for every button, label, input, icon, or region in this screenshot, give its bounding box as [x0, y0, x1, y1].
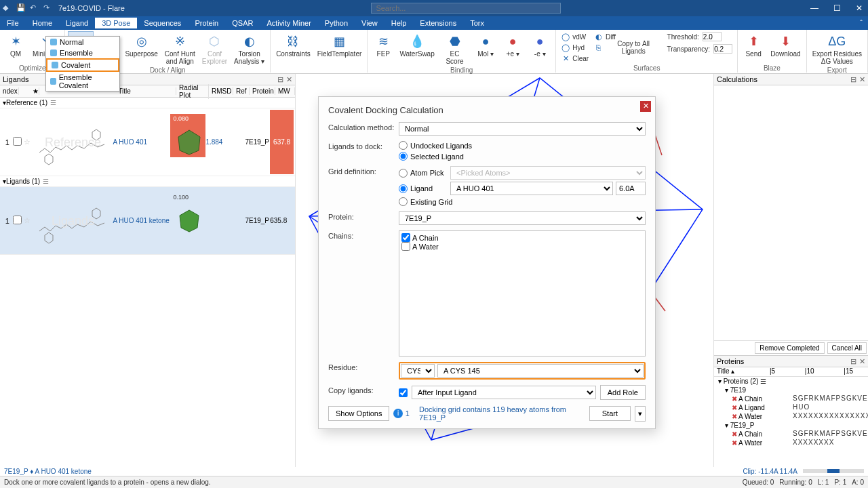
- chain-a-checkbox[interactable]: A Chain: [401, 233, 643, 242]
- dock-ensemble-covalent[interactable]: Ensemble Covalent: [46, 72, 119, 91]
- conf-hunt-button[interactable]: ※Conf Hunt and Align: [162, 31, 198, 66]
- dock-normal[interactable]: Normal: [46, 37, 119, 47]
- ligands-header: Ligands ⊟✕: [0, 74, 295, 85]
- menu-home[interactable]: Home: [26, 18, 59, 28]
- menu-3d-pose[interactable]: 3D Pose: [95, 18, 137, 28]
- copy-ligands-checkbox[interactable]: [399, 388, 408, 397]
- add-role-button[interactable]: Add Role: [600, 385, 646, 400]
- cancel-all-button[interactable]: Cancel All: [827, 342, 867, 354]
- mol-button[interactable]: ●Mol ▾: [473, 31, 498, 66]
- svg-marker-1: [45, 154, 53, 165]
- grid-size-field[interactable]: [616, 182, 646, 195]
- minus-e-button[interactable]: ●-e ▾: [527, 31, 553, 66]
- copy-all-button[interactable]: ⎘Copy to All Ligands: [592, 42, 664, 53]
- calc-method-select[interactable]: Normal: [399, 122, 646, 136]
- chains-listbox[interactable]: A Chain A Water: [399, 230, 646, 357]
- ligands-to-dock-label: Ligands to dock:: [328, 141, 399, 161]
- clip-slider[interactable]: [803, 469, 864, 473]
- dock-covalent[interactable]: Covalent: [46, 58, 119, 72]
- ligand-checkbox[interactable]: [13, 137, 22, 146]
- transparency-field[interactable]: Transparency:: [665, 43, 735, 54]
- conf-explorer-button[interactable]: ⬡Conf Explorer: [199, 31, 230, 66]
- vdw-button[interactable]: ◯vdW: [559, 31, 591, 42]
- status-a: A: 0: [852, 479, 864, 486]
- residue-select[interactable]: A CYS 145: [437, 364, 644, 378]
- menu-activity-miner[interactable]: Activity Miner: [260, 18, 317, 28]
- atom-pick-radio[interactable]: Atom Pick: [399, 169, 448, 178]
- fieldtemplater-button[interactable]: ▦FieldTemplater: [315, 31, 365, 64]
- menu-file[interactable]: File: [0, 18, 26, 28]
- plus-e-button[interactable]: ●+e ▾: [500, 31, 526, 66]
- ligand-radio[interactable]: Ligand: [399, 184, 448, 193]
- dialog-close-button[interactable]: ✕: [640, 101, 651, 112]
- proteins-col-title[interactable]: Title ▴: [714, 367, 755, 376]
- ligand-row-reference[interactable]: 1 ☆ Reference A HUO 401 0.080 1.884 7E19…: [0, 108, 295, 176]
- copy-ligands-select[interactable]: After Input Ligand: [412, 386, 596, 399]
- ribbon-collapse-icon[interactable]: ˆ: [854, 19, 868, 27]
- close-pane-icon[interactable]: ✕: [859, 357, 865, 366]
- protein-select[interactable]: 7E19_P: [399, 211, 646, 225]
- download-button[interactable]: ⬇Download: [768, 31, 803, 64]
- svg-marker-0: [92, 129, 100, 140]
- menu-qsar[interactable]: QSAR: [225, 18, 260, 28]
- section-reference[interactable]: ▾ Reference (1) ☰: [0, 98, 295, 108]
- fep-button[interactable]: ≋FEP: [370, 31, 396, 66]
- menu-view[interactable]: View: [355, 18, 384, 28]
- group-export: Export: [810, 66, 865, 74]
- menu-protein[interactable]: Protein: [188, 18, 225, 28]
- minimize-icon[interactable]: —: [808, 3, 821, 13]
- pin-icon[interactable]: ⊟: [850, 75, 856, 84]
- show-options-button[interactable]: Show Options: [328, 406, 389, 421]
- clip-readout: Clip: -11.4A 11.4A: [743, 468, 797, 475]
- send-button[interactable]: ⬆Send: [741, 31, 766, 64]
- start-button[interactable]: Start: [589, 406, 631, 421]
- maximize-icon[interactable]: ☐: [831, 3, 844, 13]
- menu-python[interactable]: Python: [318, 18, 355, 28]
- pin-icon[interactable]: ⊟: [277, 75, 283, 84]
- start-dropdown[interactable]: ▾: [635, 406, 646, 422]
- close-pane-icon[interactable]: ✕: [286, 75, 292, 84]
- svg-marker-4: [45, 232, 53, 243]
- torsion-button[interactable]: ◐Torsion Analysis ▾: [231, 31, 267, 66]
- calculations-body: [714, 85, 868, 340]
- undo-icon[interactable]: ↶: [30, 3, 39, 13]
- existing-grid-radio[interactable]: Existing Grid: [399, 197, 646, 206]
- close-icon[interactable]: ✕: [853, 3, 865, 13]
- constraints-button[interactable]: ⛓Constraints: [273, 31, 313, 64]
- status-l: L: 1: [818, 479, 829, 486]
- export-residues-button[interactable]: ΔGExport Residues ΔG Values: [810, 31, 865, 66]
- proteins-tree[interactable]: ▾ Proteins (2) ☰ ▾ 7E19 ✖A Chain ✖A Liga…: [714, 377, 791, 447]
- molecule-structure: Reference: [33, 119, 113, 166]
- grid-ligand-select[interactable]: A HUO 401: [450, 182, 613, 195]
- star-icon[interactable]: ☆: [24, 216, 33, 225]
- superpose-button[interactable]: ◎Superpose: [122, 31, 160, 66]
- qm-button[interactable]: ✶QM: [3, 31, 28, 64]
- waterswap-button[interactable]: 💧WaterSwap: [397, 31, 437, 66]
- ligand-row-selected[interactable]: 1 ☆ Ligands A HUO 401 ketone 0.100 7E19_…: [0, 187, 295, 255]
- ligand-checkbox[interactable]: [13, 216, 22, 224]
- close-pane-icon[interactable]: ✕: [859, 75, 865, 84]
- clear-button[interactable]: ✕Clear: [559, 53, 591, 64]
- menu-ligand[interactable]: Ligand: [59, 18, 95, 28]
- menu-sequences[interactable]: Sequences: [137, 18, 188, 28]
- search-input[interactable]: [371, 3, 561, 14]
- redo-icon[interactable]: ↷: [43, 3, 53, 13]
- pin-icon[interactable]: ⊟: [850, 357, 856, 366]
- hyd-button[interactable]: ◯Hyd: [559, 42, 591, 53]
- undocked-ligands-radio[interactable]: Undocked Ligands: [399, 141, 646, 150]
- quick-access: ◆ 💾 ↶ ↷: [3, 3, 53, 13]
- threshold-field[interactable]: Threshold:: [665, 31, 735, 42]
- menu-extensions[interactable]: Extensions: [413, 18, 463, 28]
- star-icon[interactable]: ☆: [24, 138, 33, 146]
- dock-ensemble[interactable]: Ensemble: [46, 47, 119, 58]
- chain-water-checkbox[interactable]: A Water: [401, 242, 643, 251]
- menu-torx[interactable]: Torx: [463, 18, 491, 28]
- remove-completed-button[interactable]: Remove Completed: [755, 342, 824, 354]
- residue-type-select[interactable]: CYS: [401, 364, 435, 378]
- ec-score-button[interactable]: ⬣EC Score: [438, 31, 471, 66]
- section-ligands[interactable]: ▾ Ligands (1) ☰: [0, 176, 295, 187]
- selected-ligand-radio[interactable]: Selected Ligand: [399, 152, 646, 161]
- grid-definition-label: Grid definition:: [328, 166, 399, 206]
- menu-help[interactable]: Help: [384, 18, 414, 28]
- save-icon[interactable]: 💾: [16, 3, 26, 13]
